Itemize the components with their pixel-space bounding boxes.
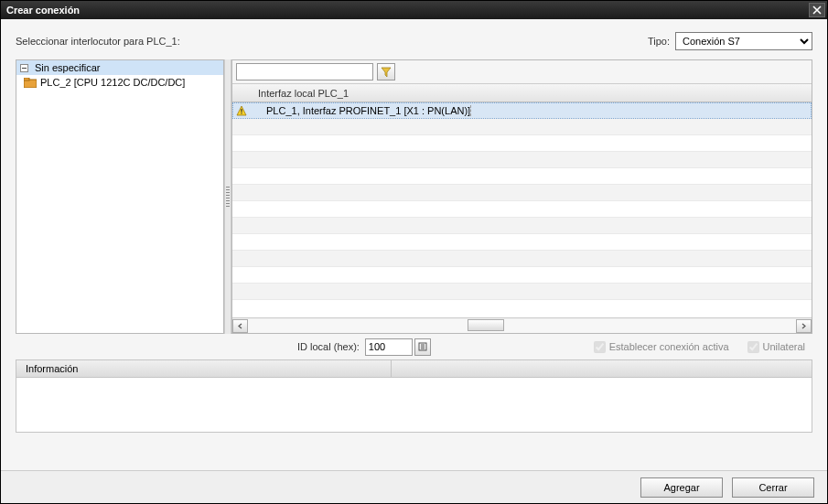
partner-tree[interactable]: Sin especificar PLC_2 [CPU 1212C DC/DC/D… — [16, 59, 224, 334]
window-title: Crear conexión — [6, 5, 809, 16]
grid-row-empty — [232, 267, 812, 284]
dialog-window: Crear conexión Seleccionar interlocutor … — [0, 0, 828, 504]
tree-item-label: PLC_2 [CPU 1212C DC/DC/DC] — [40, 77, 185, 88]
horizontal-scrollbar[interactable] — [232, 317, 812, 333]
checkbox-active-wrap: Establecer conexión activa — [594, 341, 729, 353]
info-body — [16, 378, 812, 433]
grid-row-empty — [232, 284, 812, 300]
filter-row — [232, 60, 812, 84]
grid-header: Interfaz local PLC_1 — [232, 84, 812, 102]
idlocal-input[interactable] — [365, 338, 413, 356]
interface-panel: Interfaz local PLC_1 PLC_1, Interfaz PRO… — [231, 59, 812, 334]
dialog-content: Seleccionar interlocutor para PLC_1: Tip… — [1, 19, 827, 470]
scroll-track[interactable] — [248, 319, 796, 333]
grid-row-empty — [232, 251, 812, 267]
add-button[interactable]: Agregar — [640, 477, 723, 498]
tree-item-unspecified[interactable]: Sin especificar — [16, 60, 223, 75]
svg-rect-2 — [241, 109, 242, 113]
params-row: ID local (hex): Establecer conexión acti… — [16, 334, 812, 359]
svg-rect-3 — [241, 113, 242, 113]
grid-body[interactable]: PLC_1, Interfaz PROFINET_1 [X1 : PN(LAN)… — [232, 102, 812, 317]
dialog-footer: Agregar Cerrar — [1, 470, 827, 503]
info-header-col: Información — [16, 360, 392, 377]
grid-row-empty — [232, 201, 812, 218]
close-icon[interactable] — [809, 3, 825, 17]
checkbox-unilateral — [747, 341, 759, 353]
type-label: Tipo: — [648, 36, 670, 47]
device-icon — [24, 78, 37, 88]
info-header: Información — [16, 359, 812, 378]
top-row: Seleccionar interlocutor para PLC_1: Tip… — [16, 32, 812, 50]
idlocal-label: ID local (hex): — [297, 341, 360, 352]
warning-icon — [232, 105, 251, 116]
splitter[interactable] — [224, 59, 231, 334]
scroll-right-icon[interactable] — [796, 319, 812, 333]
grid-header-label: Interfaz local PLC_1 — [258, 88, 349, 99]
checkbox-unilateral-wrap: Unilateral — [747, 341, 805, 353]
grid-row-empty — [232, 119, 812, 135]
tree-item-plc2[interactable]: PLC_2 [CPU 1212C DC/DC/DC] — [16, 75, 223, 90]
scroll-left-icon[interactable] — [232, 319, 248, 333]
type-select[interactable]: Conexión S7 — [675, 32, 812, 50]
info-header-col2 — [392, 360, 812, 377]
filter-input[interactable] — [236, 63, 373, 80]
tree-item-label: Sin especificar — [35, 62, 101, 73]
grid-row-empty — [232, 168, 812, 185]
grid-row-empty — [232, 218, 812, 234]
grid-row-empty — [232, 234, 812, 251]
grid-row-empty — [232, 185, 812, 201]
scroll-thumb[interactable] — [468, 319, 504, 331]
prompt-text: Seleccionar interlocutor para PLC_1: — [16, 36, 648, 47]
filter-icon[interactable] — [377, 63, 395, 80]
grid-cell: PLC_1, Interfaz PROFINET_1 [X1 : PN(LAN)… — [251, 105, 471, 116]
checkbox-active-label: Establecer conexión activa — [609, 341, 729, 352]
mid-row: Sin especificar PLC_2 [CPU 1212C DC/DC/D… — [16, 59, 812, 334]
grid-row-empty — [232, 152, 812, 168]
checkbox-active — [594, 341, 606, 353]
close-button[interactable]: Cerrar — [732, 477, 814, 498]
idlocal-picker-icon[interactable] — [414, 338, 431, 356]
titlebar: Crear conexión — [1, 1, 827, 19]
grid-row[interactable]: PLC_1, Interfaz PROFINET_1 [X1 : PN(LAN)… — [232, 102, 812, 119]
collapse-icon[interactable] — [20, 64, 28, 72]
svg-rect-1 — [24, 78, 29, 80]
checkbox-unilateral-label: Unilateral — [763, 341, 805, 352]
grid-row-empty — [232, 135, 812, 152]
